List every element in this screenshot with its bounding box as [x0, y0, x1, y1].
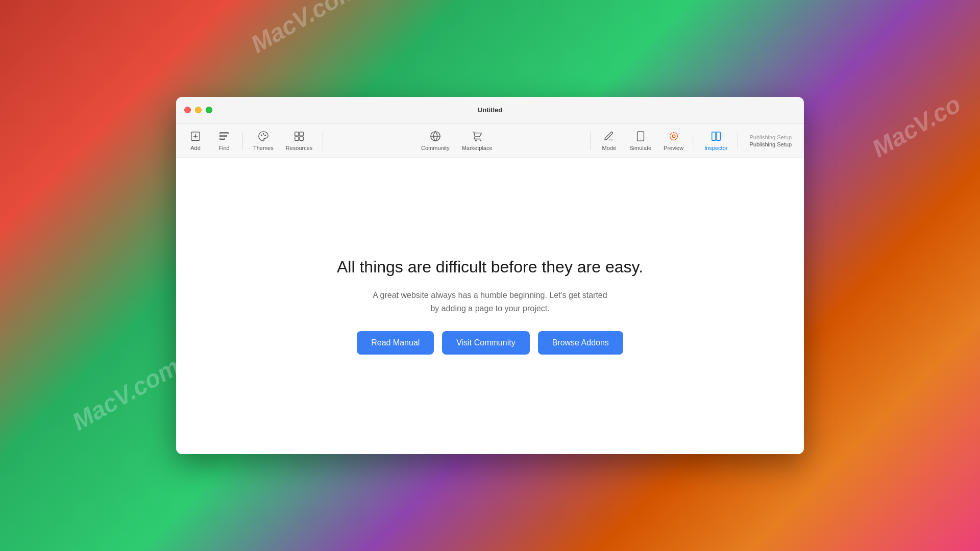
- watermark-bottom-left: MacV.com: [67, 352, 184, 436]
- add-toolbar-item[interactable]: Add: [181, 128, 210, 154]
- watermark-top: MacV.com: [246, 0, 363, 59]
- inspector-toolbar-item[interactable]: Inspector: [698, 128, 733, 154]
- mode-toolbar-item[interactable]: Mode: [595, 128, 623, 154]
- browse-addons-button[interactable]: Browse Addons: [538, 331, 623, 355]
- publishing-setup-top-label: Publishing Setup: [749, 134, 792, 140]
- mode-icon: [603, 131, 615, 143]
- community-icon: [430, 131, 441, 143]
- svg-rect-21: [712, 132, 716, 140]
- read-manual-button[interactable]: Read Manual: [357, 331, 434, 355]
- svg-point-15: [475, 140, 476, 141]
- inspector-label: Inspector: [704, 145, 727, 151]
- minimize-button[interactable]: [195, 107, 202, 113]
- toolbar-sep-2: [323, 132, 323, 150]
- preview-toolbar-item[interactable]: Preview: [657, 128, 690, 154]
- toolbar-right-group: Mode Simulate Preview: [595, 128, 799, 154]
- svg-point-19: [672, 135, 675, 138]
- window-title: Untitled: [478, 106, 502, 114]
- main-content: All things are difficult before they are…: [176, 158, 804, 454]
- headline-text: All things are difficult before they are…: [337, 258, 643, 277]
- find-icon: [218, 131, 230, 143]
- traffic-lights: [176, 107, 212, 113]
- toolbar-sep-4: [694, 132, 694, 150]
- preview-label: Preview: [664, 145, 683, 151]
- titlebar: Untitled: [176, 97, 804, 123]
- resources-icon: [293, 131, 305, 143]
- preview-icon: [668, 131, 679, 143]
- svg-rect-12: [300, 136, 303, 140]
- svg-rect-5: [220, 138, 225, 139]
- marketplace-toolbar-item[interactable]: Marketplace: [456, 128, 499, 154]
- svg-rect-3: [220, 132, 229, 134]
- svg-rect-22: [717, 132, 720, 140]
- toolbar-sep-3: [590, 132, 591, 150]
- toolbar: Add Find: [176, 123, 804, 158]
- add-icon: [190, 131, 201, 143]
- visit-community-button[interactable]: Visit Community: [442, 331, 529, 355]
- find-toolbar-item[interactable]: Find: [210, 128, 238, 154]
- find-label: Find: [218, 145, 229, 151]
- svg-point-6: [261, 134, 262, 136]
- maximize-button[interactable]: [206, 107, 212, 113]
- simulate-toolbar-item[interactable]: Simulate: [623, 128, 657, 154]
- simulate-label: Simulate: [629, 145, 651, 151]
- svg-rect-10: [300, 132, 303, 135]
- app-window: Untitled Add: [176, 97, 804, 454]
- svg-rect-11: [295, 136, 299, 140]
- svg-point-16: [480, 140, 481, 141]
- mode-label: Mode: [602, 145, 617, 151]
- svg-point-8: [264, 134, 266, 136]
- marketplace-icon: [472, 131, 483, 143]
- themes-icon: [258, 131, 269, 143]
- svg-rect-17: [637, 131, 644, 140]
- add-label: Add: [190, 145, 201, 151]
- themes-label: Themes: [253, 145, 274, 151]
- community-label: Community: [421, 145, 450, 151]
- inspector-icon: [710, 131, 722, 143]
- action-buttons-group: Read Manual Visit Community Browse Addon…: [357, 331, 623, 355]
- toolbar-sep-5: [738, 132, 738, 150]
- toolbar-sep-1: [242, 132, 243, 150]
- svg-point-20: [670, 132, 677, 140]
- marketplace-label: Marketplace: [462, 145, 493, 151]
- toolbar-center-group: Community Marketplace: [327, 128, 586, 154]
- simulate-icon: [635, 131, 646, 143]
- publishing-setup-button[interactable]: Publishing Setup Publishing Setup: [742, 131, 799, 151]
- svg-point-7: [263, 133, 264, 135]
- subheadline-text: A great website always has a humble begi…: [368, 289, 612, 315]
- close-button[interactable]: [184, 107, 191, 113]
- resources-label: Resources: [286, 145, 313, 151]
- publishing-setup-bottom-label: Publishing Setup: [749, 141, 792, 147]
- svg-rect-9: [295, 132, 299, 135]
- resources-toolbar-item[interactable]: Resources: [280, 128, 319, 154]
- community-toolbar-item[interactable]: Community: [415, 128, 456, 154]
- watermark-right: MacV.co: [867, 90, 965, 163]
- svg-rect-4: [220, 135, 227, 137]
- toolbar-left-group: Add Find: [181, 128, 238, 154]
- themes-toolbar-item[interactable]: Themes: [247, 128, 280, 154]
